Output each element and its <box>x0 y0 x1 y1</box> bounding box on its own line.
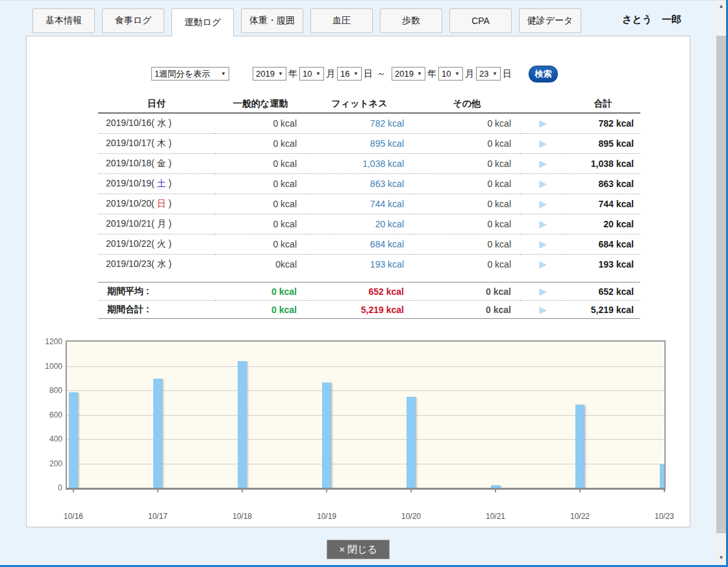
other-cell: 0 kcal <box>413 234 520 255</box>
fitness-link[interactable]: 895 kcal <box>370 138 404 149</box>
x-axis-tick-label: 10/17 <box>138 512 177 521</box>
tab-cpa[interactable]: CPA <box>449 8 512 33</box>
chevron-down-icon: ▼ <box>221 71 226 77</box>
date-cell: 2019/10/22( 火 ) <box>98 234 215 255</box>
fitness-cell: 20 kcal <box>306 214 413 234</box>
x-axis-tick-label: 10/23 <box>645 512 684 521</box>
tab-checkup-data[interactable]: 健診データ <box>519 8 581 33</box>
tab-steps[interactable]: 歩数 <box>380 8 442 33</box>
tab-weight-waist[interactable]: 体重・腹囲 <box>241 8 303 33</box>
table-row: 2019/10/21( 月 ) 0 kcal 20 kcal 0 kcal ▶ … <box>98 214 640 234</box>
x-axis-tick-label: 10/21 <box>476 512 515 521</box>
detail-arrow-icon[interactable]: ▶ <box>539 258 547 270</box>
month-label: 月 <box>465 68 474 80</box>
chart-bar <box>238 361 247 488</box>
detail-arrow-icon[interactable]: ▶ <box>539 178 547 189</box>
col-header-general-exercise: 一般的な運動 <box>215 95 306 113</box>
table-row: 2019/10/19( 土 ) 0 kcal 863 kcal 0 kcal ▶… <box>98 174 640 194</box>
detail-arrow-icon[interactable]: ▶ <box>539 218 547 229</box>
x-axis-tick <box>579 490 581 492</box>
detail-arrow-icon[interactable]: ▶ <box>539 158 547 169</box>
summary-table-body: 期間平均 : 0 kcal 652 kcal 0 kcal ▶ 652 kcal… <box>98 283 640 319</box>
detail-arrow-icon[interactable]: ▶ <box>539 286 547 297</box>
summary-arrow-cell: ▶ <box>520 301 566 319</box>
from-day-select[interactable]: 16 ▼ <box>337 67 362 81</box>
to-year-select[interactable]: 2019 ▼ <box>392 67 425 81</box>
fitness-link[interactable]: 20 kcal <box>375 219 404 229</box>
summary-table: 期間平均 : 0 kcal 652 kcal 0 kcal ▶ 652 kcal… <box>98 282 640 319</box>
chart-bar <box>575 405 584 488</box>
general-exercise-cell: 0 kcal <box>215 234 306 255</box>
from-year-select[interactable]: 2019 ▼ <box>253 67 286 81</box>
fitness-cell: 744 kcal <box>306 194 413 214</box>
fitness-link[interactable]: 863 kcal <box>370 179 404 189</box>
y-axis-tick-label: 600 <box>36 410 62 420</box>
general-exercise-cell: 0 kcal <box>215 214 306 234</box>
date-cell: 2019/10/16( 水 ) <box>98 113 215 134</box>
user-name: さとう 一郎 <box>622 14 681 26</box>
from-month-select[interactable]: 10 ▼ <box>299 67 324 81</box>
to-day-value: 23 <box>479 69 488 79</box>
detail-arrow-icon[interactable]: ▶ <box>539 118 547 129</box>
date-cell: 2019/10/20( 日 ) <box>98 194 215 214</box>
fitness-link[interactable]: 782 kcal <box>370 118 404 129</box>
total-cell: 744 kcal <box>566 194 640 214</box>
fitness-cell: 895 kcal <box>306 134 413 154</box>
row-arrow-cell: ▶ <box>520 154 566 174</box>
detail-arrow-icon[interactable]: ▶ <box>539 238 547 249</box>
fitness-link[interactable]: 1,038 kcal <box>362 158 404 169</box>
detail-arrow-icon[interactable]: ▶ <box>539 198 547 209</box>
x-axis-tick-label: 10/16 <box>54 512 93 521</box>
general-exercise-cell: 0 kcal <box>215 174 306 194</box>
chart-bar <box>69 392 78 488</box>
year-label: 年 <box>288 68 297 80</box>
exercise-bar-chart <box>66 340 666 490</box>
fitness-link[interactable]: 193 kcal <box>370 259 404 270</box>
fitness-cell: 684 kcal <box>306 234 413 255</box>
to-year-value: 2019 <box>395 69 414 79</box>
exercise-log-panel: 1週間分を表示 ▼ 2019 ▼ 年 10 ▼ 月 16 ▼ 日 ～ 2019 … <box>26 36 690 527</box>
tab-meal-log[interactable]: 食事ログ <box>102 8 164 33</box>
x-axis-tick <box>242 490 243 492</box>
chevron-down-icon: ▼ <box>417 71 422 77</box>
tab-basic-info[interactable]: 基本情報 <box>32 8 95 33</box>
col-header-total: 合計 <box>566 95 640 113</box>
fitness-link[interactable]: 684 kcal <box>370 239 404 249</box>
display-range-value: 1週間分を表示 <box>155 68 210 80</box>
y-axis-tick-label: 400 <box>36 435 62 444</box>
tab-exercise-log[interactable]: 運動ログ <box>171 8 234 36</box>
total-cell: 193 kcal <box>566 255 640 275</box>
display-range-select[interactable]: 1週間分を表示 ▼ <box>151 67 229 81</box>
other-cell: 0 kcal <box>413 134 520 154</box>
total-cell: 895 kcal <box>566 134 640 154</box>
summary-fitness-cell: 5,219 kcal <box>306 301 413 319</box>
total-cell: 782 kcal <box>566 113 640 134</box>
exercise-table: 日付 一般的な運動 フィットネス その他 合計 2019/10/16( 水 ) … <box>98 95 640 274</box>
search-button[interactable]: 検索 <box>529 66 558 82</box>
to-month-select[interactable]: 10 ▼ <box>438 67 463 81</box>
fitness-link[interactable]: 744 kcal <box>370 199 404 209</box>
summary-other-cell: 0 kcal <box>413 283 520 301</box>
detail-arrow-icon[interactable]: ▶ <box>539 304 547 315</box>
chevron-down-icon: ▼ <box>278 71 283 77</box>
fitness-cell: 782 kcal <box>306 113 413 134</box>
month-label: 月 <box>326 68 335 80</box>
other-cell: 0 kcal <box>413 154 520 174</box>
other-cell: 0 kcal <box>413 214 520 234</box>
range-separator: ～ <box>377 68 386 80</box>
chart-bar <box>322 383 331 488</box>
chart-gridline <box>67 366 664 367</box>
close-button[interactable]: × 閉じる <box>327 540 390 559</box>
to-day-select[interactable]: 23 ▼ <box>476 67 501 81</box>
browser-scrollbar[interactable]: ▲ ▼ <box>716 1 726 563</box>
scroll-down-arrow-icon[interactable]: ▼ <box>716 552 726 563</box>
summary-total-cell: 5,219 kcal <box>566 301 640 319</box>
year-label: 年 <box>427 68 436 80</box>
other-cell: 0 kcal <box>413 113 520 134</box>
scrollbar-thumb[interactable] <box>716 36 726 533</box>
x-axis-tick <box>495 490 496 492</box>
detail-arrow-icon[interactable]: ▶ <box>539 138 547 149</box>
scroll-up-arrow-icon[interactable]: ▲ <box>716 1 726 12</box>
tab-blood-pressure[interactable]: 血圧 <box>310 8 373 33</box>
row-arrow-cell: ▶ <box>520 214 566 234</box>
